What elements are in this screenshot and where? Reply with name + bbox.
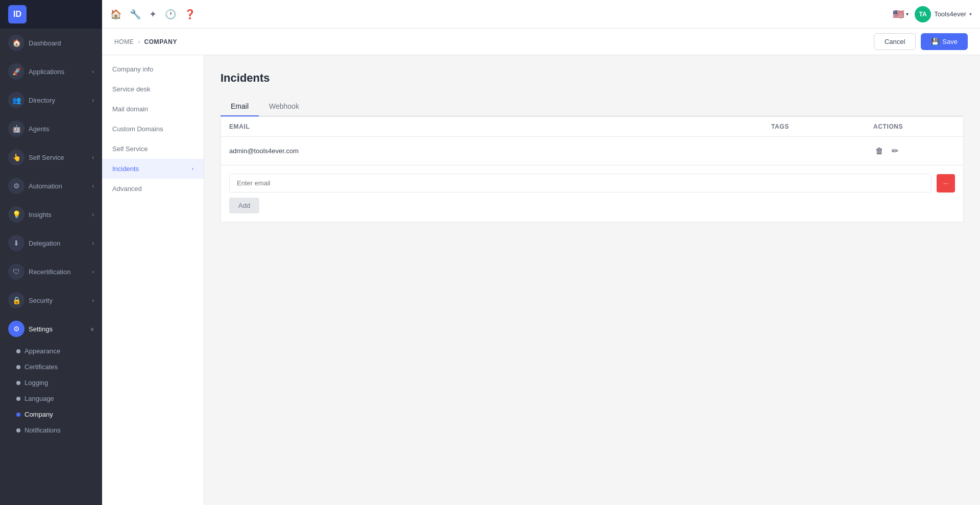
chevron-icon: ‹ [92,241,94,246]
sidebar-item-applications[interactable]: 🚀 Applications ‹ [0,57,102,86]
chevron-icon: ‹ [92,69,94,75]
sec-nav-self-service[interactable]: Self Service [102,139,204,159]
language-selector[interactable]: 🇺🇸 ▾ [893,9,909,20]
sidebar-label-agents: Agents [29,125,49,133]
settings-sub-notifications[interactable]: Notifications [8,422,102,438]
sidebar-item-dashboard[interactable]: 🏠 Dashboard [0,29,102,57]
dot-icon [16,381,20,385]
flag-icon: 🇺🇸 [893,9,904,20]
col-actions: Actions [873,123,955,130]
chevron-icon: ‹ [92,183,94,189]
tab-email[interactable]: Email [220,97,259,116]
topbar-nav-icons: 🏠 🔧 ✦ 🕐 ❓ [110,9,195,20]
delegation-icon: ⬇ [8,235,24,251]
edit-button[interactable]: ✏ [890,144,900,158]
sec-nav-incidents[interactable]: Incidents › [102,159,204,179]
sidebar-logo: ID [0,0,102,29]
page-title: Incidents [220,71,964,85]
col-email: Email [229,123,771,130]
row-actions: 🗑 ✏ [873,144,955,158]
settings-icon: ⚙ [8,321,24,337]
email-table: Email Tags Actions admin@tools4ever.com … [220,116,964,165]
sidebar-item-delegation[interactable]: ⬇ Delegation ‹ [0,229,102,257]
settings-sub-appearance[interactable]: Appearance [8,343,102,359]
users-icon: 👥 [8,92,24,108]
flag-dropdown-arrow: ▾ [906,11,909,17]
input-action-button[interactable]: ··· [937,174,955,193]
insights-icon: 💡 [8,206,24,223]
sidebar-label-directory: Directory [29,97,55,104]
sidebar-label-self-service: Self Service [29,154,64,161]
delete-button[interactable]: 🗑 [873,145,886,158]
sidebar-label-applications: Applications [29,68,64,76]
email-input[interactable] [229,174,932,193]
dot-icon [16,349,20,353]
time-nav-icon[interactable]: 🕐 [165,9,176,20]
sec-nav-company-info[interactable]: Company info [102,59,204,79]
avatar: TA [915,6,931,22]
save-icon: 💾 [931,38,939,45]
home-nav-icon[interactable]: 🏠 [110,9,121,20]
sidebar-label-delegation: Delegation [29,239,60,247]
add-email-form: ··· Add [220,165,964,222]
user-dropdown-arrow: ▾ [969,11,972,17]
tab-webhook[interactable]: Webhook [259,97,309,116]
chevron-down-icon: ∨ [90,326,94,332]
cancel-button[interactable]: Cancel [874,33,916,50]
sec-nav-advanced[interactable]: Advanced [102,179,204,199]
sidebar: ID 🏠 Dashboard 🚀 Applications ‹ 👥 Direct… [0,0,102,505]
breadcrumb-actions: Cancel 💾 Save [874,33,968,50]
chevron-icon: ‹ [92,98,94,103]
settings-sub-logging[interactable]: Logging [8,375,102,391]
topbar: 🏠 🔧 ✦ 🕐 ❓ 🇺🇸 ▾ TA Tools4ever ▾ [102,0,980,29]
topbar-right: 🇺🇸 ▾ TA Tools4ever ▾ [893,6,972,22]
sec-nav-arrow-icon: › [192,166,193,172]
settings-sub-language[interactable]: Language [8,391,102,406]
sec-nav-mail-domain[interactable]: Mail domain [102,99,204,119]
chevron-icon: ‹ [92,269,94,275]
logo-icon: ID [8,5,27,23]
sidebar-item-self-service[interactable]: 👆 Self Service ‹ [0,143,102,172]
sidebar-item-automation[interactable]: ⚙ Automation ‹ [0,172,102,200]
self-service-icon: 👆 [8,149,24,165]
sec-nav-service-desk[interactable]: Service desk [102,79,204,99]
sidebar-label-automation: Automation [29,182,62,190]
sidebar-item-directory[interactable]: 👥 Directory ‹ [0,86,102,114]
agent-icon: 🤖 [8,121,24,137]
settings-submenu: Appearance Certificates Logging Language… [0,343,102,438]
workflow-nav-icon[interactable]: ✦ [149,9,157,20]
user-menu[interactable]: TA Tools4ever ▾ [915,6,972,22]
breadcrumb-current: COMPANY [144,38,177,45]
save-button[interactable]: 💾 Save [921,33,968,50]
sidebar-item-recertification[interactable]: 🛡 Recertification ‹ [0,257,102,286]
sidebar-label-settings: Settings [29,325,53,333]
settings-sub-certificates[interactable]: Certificates [8,359,102,375]
sidebar-nav: 🏠 Dashboard 🚀 Applications ‹ 👥 Directory… [0,29,102,505]
sec-nav-custom-domains[interactable]: Custom Domains [102,119,204,139]
add-button[interactable]: Add [229,198,259,213]
automation-icon: ⚙ [8,178,24,194]
breadcrumb-home[interactable]: HOME [114,38,134,45]
sidebar-label-dashboard: Dashboard [29,39,61,47]
help-nav-icon[interactable]: ❓ [184,9,195,20]
dot-icon [16,413,20,417]
dot-icon [16,397,20,401]
settings-sub-company[interactable]: Company [8,406,102,422]
breadcrumb-bar: HOME › COMPANY Cancel 💾 Save [102,29,980,55]
secondary-sidebar: Company info Service desk Mail domain Cu… [102,55,204,505]
email-input-row: ··· [229,174,955,193]
chevron-icon: ‹ [92,155,94,160]
settings-nav-icon[interactable]: 🔧 [130,9,141,20]
sidebar-item-insights[interactable]: 💡 Insights ‹ [0,200,102,229]
sidebar-item-agents[interactable]: 🤖 Agents [0,114,102,143]
sidebar-label-security: Security [29,297,53,304]
sidebar-label-insights: Insights [29,211,52,219]
email-value: admin@tools4ever.com [229,147,771,155]
sidebar-item-security[interactable]: 🔒 Security ‹ [0,286,102,315]
dot-icon [16,365,20,369]
content-wrapper: Company info Service desk Mail domain Cu… [102,55,980,505]
sidebar-item-settings[interactable]: ⚙ Settings ∨ [0,315,102,343]
home-icon: 🏠 [8,35,24,51]
chevron-icon: ‹ [92,298,94,303]
breadcrumb-separator: › [138,38,140,45]
